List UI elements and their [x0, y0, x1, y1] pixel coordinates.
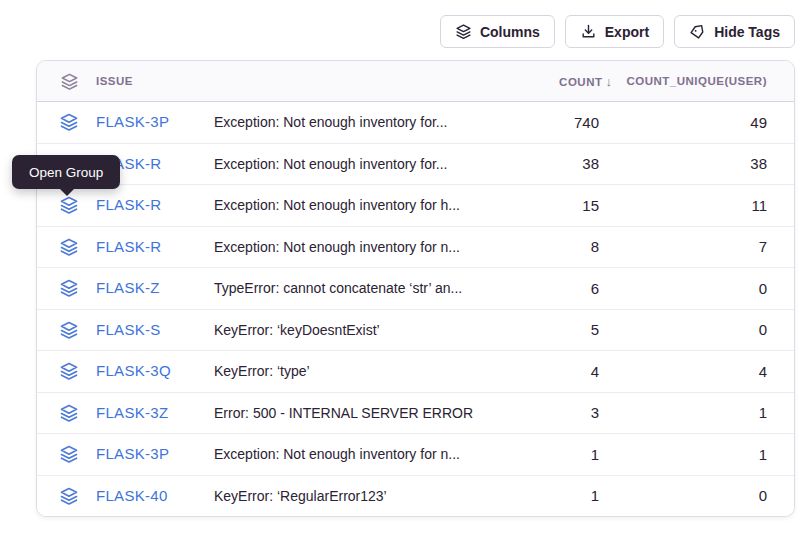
- count-value: 1: [526, 487, 626, 504]
- issue-link[interactable]: FLASK-3Z: [96, 404, 168, 421]
- issue-type-header-icon: [60, 72, 83, 91]
- count-value: 4: [526, 363, 626, 380]
- stack-icon: [59, 361, 79, 381]
- stack-icon: [59, 195, 79, 215]
- results-table: ISSUE COUNT↓ COUNT_UNIQUE(USER) FLASK-3P…: [36, 60, 795, 517]
- issue-link[interactable]: FLASK-3P: [96, 113, 169, 130]
- count-header-label: COUNT: [559, 76, 602, 88]
- open-group-button[interactable]: [59, 112, 83, 132]
- stack-icon: [60, 72, 79, 91]
- issue-title: Exception: Not enough inventory for n...: [214, 239, 526, 255]
- issue-title: Exception: Not enough inventory for h...: [214, 197, 526, 213]
- count-unique-value: 1: [626, 404, 794, 421]
- issue-title: Exception: Not enough inventory for...: [214, 156, 526, 172]
- table-row: FLASK-Z TypeError: cannot concatenate ‘s…: [37, 267, 794, 309]
- tag-icon: [689, 23, 706, 40]
- table-body: FLASK-3P Exception: Not enough inventory…: [37, 102, 794, 516]
- open-group-button[interactable]: [59, 195, 83, 215]
- issue-column-header[interactable]: ISSUE: [83, 75, 214, 87]
- open-group-tooltip-label: Open Group: [29, 165, 103, 180]
- export-button[interactable]: Export: [565, 15, 664, 48]
- open-group-button[interactable]: [59, 444, 83, 464]
- issue-title: KeyError: ‘keyDoesntExist’: [214, 322, 526, 338]
- count-unique-value: 38: [626, 155, 794, 172]
- stack-icon: [59, 237, 79, 257]
- hide-tags-button-label: Hide Tags: [714, 24, 780, 40]
- table-row: FLASK-3P Exception: Not enough inventory…: [37, 433, 794, 475]
- issue-link[interactable]: FLASK-R: [96, 238, 161, 255]
- issue-title: Error: 500 - INTERNAL SERVER ERROR: [214, 405, 526, 421]
- table-row: FLASK-3Z Error: 500 - INTERNAL SERVER ER…: [37, 392, 794, 434]
- count-unique-value: 1: [626, 446, 794, 463]
- table-row: FLASK-40 KeyError: ‘RegularError123’ 1 0: [37, 475, 794, 517]
- table-row: FLASK-3Q KeyError: ‘type’ 4 4: [37, 350, 794, 392]
- open-group-button[interactable]: [59, 486, 83, 506]
- issue-link[interactable]: FLASK-3P: [96, 445, 169, 462]
- count-value: 8: [526, 238, 626, 255]
- issue-title: Exception: Not enough inventory for...: [214, 114, 526, 130]
- stack-icon: [59, 403, 79, 423]
- open-group-button[interactable]: [59, 237, 83, 257]
- columns-button-label: Columns: [480, 24, 540, 40]
- layers-icon: [455, 23, 472, 40]
- count-unique-column-header[interactable]: COUNT_UNIQUE(USER): [626, 75, 794, 87]
- stack-icon: [59, 444, 79, 464]
- stack-icon: [59, 486, 79, 506]
- table-row: FLASK-S KeyError: ‘keyDoesntExist’ 5 0: [37, 309, 794, 351]
- stack-icon: [59, 278, 79, 298]
- issue-link[interactable]: FLASK-40: [96, 487, 168, 504]
- export-button-label: Export: [605, 24, 649, 40]
- count-column-header[interactable]: COUNT↓: [526, 74, 626, 89]
- count-unique-value: 4: [626, 363, 794, 380]
- open-group-button[interactable]: [59, 361, 83, 381]
- count-unique-value: 11: [626, 197, 794, 214]
- count-unique-value: 0: [626, 487, 794, 504]
- count-value: 15: [526, 197, 626, 214]
- table-row: FLASK-R Exception: Not enough inventory …: [37, 226, 794, 268]
- count-value: 5: [526, 321, 626, 338]
- count-value: 740: [526, 114, 626, 131]
- issue-link[interactable]: FLASK-Z: [96, 279, 160, 296]
- stack-icon: [59, 112, 79, 132]
- count-unique-value: 0: [626, 321, 794, 338]
- issue-link[interactable]: FLASK-S: [96, 321, 161, 338]
- open-group-button[interactable]: [59, 403, 83, 423]
- count-unique-value: 49: [626, 114, 794, 131]
- issue-title: KeyError: ‘type’: [214, 363, 526, 379]
- stack-icon: [59, 320, 79, 340]
- hide-tags-button[interactable]: Hide Tags: [674, 15, 795, 48]
- count-value: 38: [526, 155, 626, 172]
- count-unique-value: 0: [626, 280, 794, 297]
- count-value: 3: [526, 404, 626, 421]
- table-row: FLASK-R Exception: Not enough inventory …: [37, 184, 794, 226]
- table-header: ISSUE COUNT↓ COUNT_UNIQUE(USER): [37, 61, 794, 102]
- table-row: FLASK-R Exception: Not enough inventory …: [37, 143, 794, 185]
- count-value: 6: [526, 280, 626, 297]
- open-group-button[interactable]: [59, 320, 83, 340]
- issue-title: Exception: Not enough inventory for n...: [214, 446, 526, 462]
- open-group-tooltip: Open Group: [12, 155, 120, 189]
- issue-link[interactable]: FLASK-3Q: [96, 362, 171, 379]
- columns-button[interactable]: Columns: [440, 15, 555, 48]
- issue-title: TypeError: cannot concatenate ‘str’ an..…: [214, 280, 526, 296]
- open-group-button[interactable]: [59, 278, 83, 298]
- table-row: FLASK-3P Exception: Not enough inventory…: [37, 102, 794, 143]
- issue-title: KeyError: ‘RegularError123’: [214, 488, 526, 504]
- toolbar: Columns Export Hide Tags: [440, 15, 795, 48]
- issue-link[interactable]: FLASK-R: [96, 196, 161, 213]
- count-value: 1: [526, 446, 626, 463]
- download-icon: [580, 23, 597, 40]
- count-unique-value: 7: [626, 238, 794, 255]
- sort-desc-icon: ↓: [606, 74, 613, 89]
